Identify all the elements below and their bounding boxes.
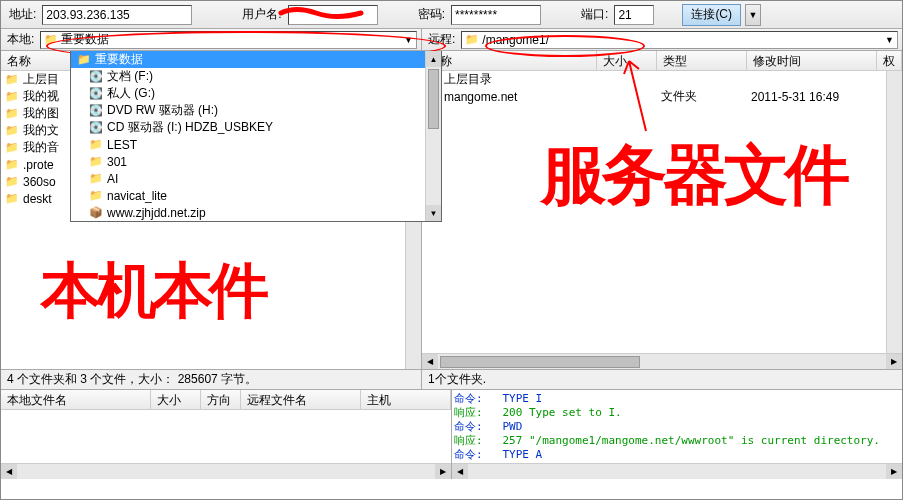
- cell-name: mangome.net: [444, 90, 517, 104]
- folder-icon: 📁: [5, 90, 19, 104]
- folder-icon: 📁: [465, 33, 479, 47]
- col-perm[interactable]: 权限: [877, 51, 902, 70]
- log-key: 命令:: [454, 420, 483, 433]
- remote-path-text: /mangome1/: [482, 33, 549, 47]
- local-path-input[interactable]: 📁 重要数据 ▼: [40, 31, 417, 49]
- col-size[interactable]: 大小: [151, 390, 201, 409]
- item-label: AI: [107, 172, 118, 186]
- dropdown-item[interactable]: 📁301: [71, 153, 441, 170]
- folder-icon: 📁: [77, 53, 91, 67]
- drive-icon: 💽: [89, 121, 103, 135]
- scroll-thumb[interactable]: [440, 356, 640, 368]
- dropdown-item[interactable]: 💽私人 (G:): [71, 85, 441, 102]
- queue-pane: 本地文件名 大小 方向 远程文件名 主机 ◀ ▶: [1, 390, 452, 479]
- folder-icon: 📁: [5, 124, 19, 138]
- col-local-file[interactable]: 本地文件名: [1, 390, 151, 409]
- local-path-text: 重要数据: [61, 31, 109, 48]
- chevron-down-icon[interactable]: ▼: [404, 35, 413, 45]
- dropdown-item[interactable]: 📁navicat_lite: [71, 187, 441, 204]
- item-label: 重要数据: [95, 51, 143, 68]
- scroll-up-icon[interactable]: ▲: [426, 51, 441, 67]
- zip-icon: 📦: [89, 206, 103, 220]
- connect-button[interactable]: 连接(C): [682, 4, 741, 26]
- log-value: TYPE A: [503, 448, 543, 461]
- cell-type: 文件夹: [661, 88, 751, 105]
- scroll-down-icon[interactable]: ▼: [426, 205, 441, 221]
- ftp-log[interactable]: 命令: TYPE I响应: 200 Type set to I.命令: PWD响…: [452, 390, 902, 463]
- local-path-dropdown[interactable]: 📁重要数据💽文档 (F:)💽私人 (G:)💽DVD RW 驱动器 (H:)💽CD…: [70, 51, 442, 222]
- dropdown-item[interactable]: 💽文档 (F:): [71, 68, 441, 85]
- local-label: 本地:: [5, 31, 36, 48]
- folder-icon: 📁: [89, 138, 103, 152]
- password-input[interactable]: [451, 5, 541, 25]
- col-direction[interactable]: 方向: [201, 390, 241, 409]
- table-row[interactable]: ⬆上层目录: [422, 71, 902, 88]
- scroll-left-icon[interactable]: ◀: [1, 464, 17, 479]
- table-row[interactable]: 📁mangome.net文件夹2011-5-31 16:49: [422, 88, 902, 105]
- remote-file-list[interactable]: ⬆上层目录📁mangome.net文件夹2011-5-31 16:49: [422, 71, 902, 353]
- scroll-thumb[interactable]: [428, 69, 439, 129]
- log-hscroll[interactable]: ◀ ▶: [452, 463, 902, 479]
- folder-icon: 📁: [5, 73, 19, 87]
- dropdown-item[interactable]: 📁LEST: [71, 136, 441, 153]
- log-line: 响应: 257 "/mangome1/mangome.net/wwwroot" …: [454, 434, 900, 448]
- item-label: 我的视: [23, 88, 59, 105]
- queue-hscroll[interactable]: ◀ ▶: [1, 463, 451, 479]
- queue-header: 本地文件名 大小 方向 远程文件名 主机: [1, 390, 451, 410]
- col-host[interactable]: 主机: [361, 390, 451, 409]
- scroll-left-icon[interactable]: ◀: [422, 354, 438, 369]
- port-input[interactable]: [614, 5, 654, 25]
- dropdown-item[interactable]: 📦www.zjhjdd.net.zip: [71, 204, 441, 221]
- cell-time: 2011-5-31 16:49: [751, 90, 881, 104]
- item-label: 上层目: [23, 71, 59, 88]
- scroll-left-icon[interactable]: ◀: [452, 464, 468, 479]
- port-label: 端口:: [579, 6, 610, 23]
- item-label: 我的文: [23, 122, 59, 139]
- item-label: 我的音: [23, 139, 59, 156]
- log-key: 响应:: [454, 434, 483, 447]
- item-label: 私人 (G:): [107, 85, 155, 102]
- col-size[interactable]: 大小: [597, 51, 657, 70]
- drive-icon: 💽: [89, 87, 103, 101]
- scroll-right-icon[interactable]: ▶: [435, 464, 451, 479]
- item-label: DVD RW 驱动器 (H:): [107, 102, 218, 119]
- dropdown-item[interactable]: 💽DVD RW 驱动器 (H:): [71, 102, 441, 119]
- scroll-right-icon[interactable]: ▶: [886, 464, 902, 479]
- chevron-down-icon[interactable]: ▼: [885, 35, 894, 45]
- address-input[interactable]: [42, 5, 192, 25]
- dropdown-item[interactable]: 📁重要数据: [71, 51, 441, 68]
- log-value: TYPE I: [503, 392, 543, 405]
- col-remote-file[interactable]: 远程文件名: [241, 390, 361, 409]
- log-value: 257 "/mangome1/mangome.net/wwwroot" is c…: [503, 434, 881, 447]
- dropdown-item[interactable]: 📁AI: [71, 170, 441, 187]
- scrollbar[interactable]: [886, 71, 902, 353]
- item-label: navicat_lite: [107, 189, 167, 203]
- item-label: 我的图: [23, 105, 59, 122]
- item-label: 301: [107, 155, 127, 169]
- dropdown-item[interactable]: 💽CD 驱动器 (I:) HDZB_USBKEY: [71, 119, 441, 136]
- connection-toolbar: 地址: 用户名: 密码: 端口: 连接(C) ▼: [1, 1, 902, 29]
- col-time[interactable]: 修改时间: [747, 51, 877, 70]
- connect-dropdown-icon[interactable]: ▼: [745, 4, 761, 26]
- bottom-panes: 本地文件名 大小 方向 远程文件名 主机 ◀ ▶ 命令: TYPE I响应: 2…: [1, 389, 902, 479]
- folder-icon: 📁: [89, 189, 103, 203]
- username-input[interactable]: [288, 5, 378, 25]
- log-line: 命令: TYPE A: [454, 448, 900, 462]
- dropdown-scrollbar[interactable]: ▲ ▼: [425, 51, 441, 221]
- folder-icon: 📁: [89, 172, 103, 186]
- folder-icon: 📁: [5, 107, 19, 121]
- col-name[interactable]: 名称: [422, 51, 597, 70]
- log-value: 200 Type set to I.: [503, 406, 622, 419]
- item-label: deskt: [23, 192, 52, 206]
- scroll-right-icon[interactable]: ▶: [886, 354, 902, 369]
- col-type[interactable]: 类型: [657, 51, 747, 70]
- queue-list[interactable]: [1, 410, 451, 463]
- remote-path-input[interactable]: 📁 /mangome1/ ▼: [461, 31, 898, 49]
- remote-list-header: 名称 大小 类型 修改时间 权限: [422, 51, 902, 71]
- col-name[interactable]: 名称: [1, 51, 71, 70]
- item-label: CD 驱动器 (I:) HDZB_USBKEY: [107, 119, 273, 136]
- remote-hscroll[interactable]: ◀ ▶: [422, 353, 902, 369]
- local-pathbar: 本地: 📁 重要数据 ▼: [1, 29, 421, 51]
- folder-icon: 📁: [89, 155, 103, 169]
- remote-pane: 远程: 📁 /mangome1/ ▼ 名称 大小 类型 修改时间 权限 ⬆上层目…: [422, 29, 902, 389]
